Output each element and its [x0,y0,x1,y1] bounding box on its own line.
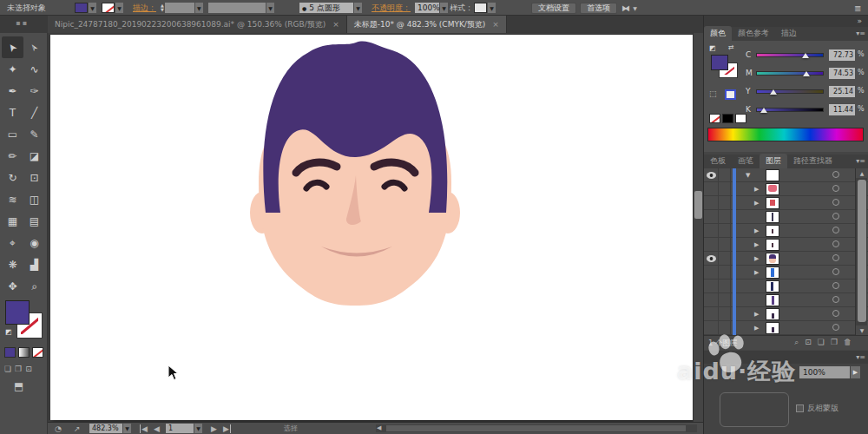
layer-thumbnail[interactable] [766,170,779,181]
layers-scrollbar[interactable]: ▲ ▼ [855,168,867,335]
stroke-weight-dropdown-icon[interactable]: ▼ [195,3,203,13]
delete-layer-icon[interactable]: 🗑 [844,338,852,347]
layer-row-8[interactable]: ▶ [704,266,868,279]
transparency-value-arrow-icon[interactable]: ▶ [851,366,860,378]
visibility-cell[interactable] [704,238,719,251]
channel-value-field[interactable]: 11.44 [829,104,855,115]
style-swatch[interactable] [474,3,487,13]
zoom-dropdown-icon[interactable]: ▼ [123,424,131,433]
hand-tool[interactable]: ✥ [2,275,23,297]
paintbrush-tool[interactable]: ✎ [23,123,45,145]
channel-value-field[interactable]: 74.53 [829,68,855,79]
target-circle-icon[interactable] [832,324,839,331]
draw-behind-icon[interactable]: ❐ [15,365,22,373]
gradient-tool[interactable]: ▤ [23,210,45,232]
document-tab-1[interactable]: Nipic_24787180_20190223200638961089.ai* … [48,16,347,33]
tab-close-icon[interactable]: × [492,20,499,29]
collapse-panels-icon[interactable]: » [857,16,862,25]
invert-mask-checkbox[interactable] [796,404,804,412]
brush-dropdown-icon[interactable]: ▼ [354,3,362,13]
lock-cell[interactable] [719,252,731,265]
layer-row-10[interactable] [704,293,868,307]
fill-dropdown-icon[interactable]: ▼ [89,3,96,13]
channel-slider-y[interactable] [756,89,824,94]
visibility-cell[interactable] [704,168,719,181]
selection-tool[interactable]: ➤ [2,36,23,58]
slider-thumb[interactable] [770,89,777,95]
stroke-weight-field[interactable] [165,3,194,13]
visibility-cell[interactable] [704,307,719,320]
tab-描边[interactable]: 描边 [775,26,803,41]
lock-cell[interactable] [719,279,731,293]
select-similar-dropdown-icon[interactable]: ▼ [631,3,639,13]
column-graph-tool[interactable]: ▟ [23,253,45,275]
layer-thumbnail[interactable] [766,184,779,194]
opacity-panel-link[interactable]: 不透明度： [372,3,411,14]
make-clip-mask-icon[interactable]: ⊡ [805,338,812,347]
width-profile-field[interactable] [208,3,266,13]
opacity-mask-well[interactable] [720,392,789,427]
new-sublayer-icon[interactable]: ❏ [818,338,825,347]
slider-thumb[interactable] [760,108,767,113]
out-of-gamut-cube-icon[interactable]: ⬚ [709,89,717,98]
first-artboard-icon[interactable]: ◀ [140,424,148,433]
visibility-cell[interactable] [704,266,719,279]
pen-tool[interactable]: ✒ [2,80,23,102]
tab-颜色[interactable]: 颜色 [704,26,732,41]
disclosure-triangle-icon[interactable]: ▶ [754,200,759,207]
layer-thumbnail[interactable] [766,295,779,306]
control-panel-menu-icon[interactable]: ≣ [854,3,861,13]
none-mode-button[interactable] [32,347,43,358]
scroll-left-icon[interactable]: ◀ [377,424,381,431]
layer-row-4[interactable] [704,210,868,224]
next-artboard-icon[interactable]: ▶ [211,424,217,433]
disclosure-triangle-icon[interactable]: ▶ [754,255,759,262]
visibility-cell[interactable] [704,252,719,265]
target-circle-icon[interactable] [832,296,839,303]
rotate-tool[interactable]: ↻ [2,167,23,188]
visibility-cell[interactable] [704,224,719,237]
type-tool[interactable]: T [2,102,23,123]
layer-thumbnail[interactable] [766,309,779,319]
canvas-area[interactable] [48,33,703,422]
color-panel-menu-icon[interactable]: ▾≡ [856,30,865,37]
layer-thumbnail[interactable] [766,226,779,236]
lock-cell[interactable] [719,196,731,209]
symbol-sprayer-tool[interactable]: ❋ [2,253,23,275]
transparency-value-field[interactable]: 100% [799,366,850,378]
channel-value-field[interactable]: 25.14 [829,86,855,97]
tab-路径查找器[interactable]: 路径查找器 [787,154,838,168]
zoom-tool[interactable]: ⌕ [23,275,45,297]
layer-thumbnail[interactable] [766,281,779,292]
select-similar-icon[interactable]: ⧓ [621,3,630,13]
artboard-dropdown-icon[interactable]: ▼ [194,424,202,433]
layers-scroll-down-icon[interactable]: ▼ [856,326,868,335]
pencil-tool[interactable]: ✏ [2,145,23,167]
disclosure-triangle-icon[interactable]: ▶ [754,227,759,234]
layer-row-6[interactable]: ▶ [704,238,868,252]
horizontal-scrollbar[interactable]: ◀ [376,424,697,432]
draw-normal-icon[interactable]: ❏ [4,365,11,373]
layers-panel-menu-icon[interactable]: ▾≡ [856,157,865,165]
disclosure-triangle-icon[interactable]: ▶ [754,311,759,318]
mesh-tool[interactable]: ▦ [2,210,23,232]
lock-cell[interactable] [719,182,731,195]
document-setup-button[interactable]: 文档设置 [531,3,576,14]
target-circle-icon[interactable] [832,268,839,275]
stroke-color-swatch[interactable] [102,3,115,13]
horizontal-scrollbar-thumb[interactable] [386,425,686,431]
shape-builder-tool[interactable]: ◫ [23,188,45,210]
zoom-level-field[interactable]: 482.3% [89,424,122,433]
lock-cell[interactable] [719,224,731,237]
layer-row-12[interactable]: ▶ [704,321,868,335]
free-transform-tool[interactable]: ⊡ [23,167,45,188]
target-circle-icon[interactable] [832,199,839,206]
vertical-scrollbar[interactable] [693,33,703,422]
lock-cell[interactable] [719,238,731,251]
document-tab-2[interactable]: 未标题-10* @ 482.3% (CMYK/预览)× [347,16,507,33]
tab-画笔[interactable]: 画笔 [732,154,760,168]
target-circle-icon[interactable] [832,310,839,317]
preferences-button[interactable]: 首选项 [580,3,617,14]
channel-slider-c[interactable] [756,53,824,57]
stroke-weight-stepper[interactable]: ▲▼ [161,3,164,12]
